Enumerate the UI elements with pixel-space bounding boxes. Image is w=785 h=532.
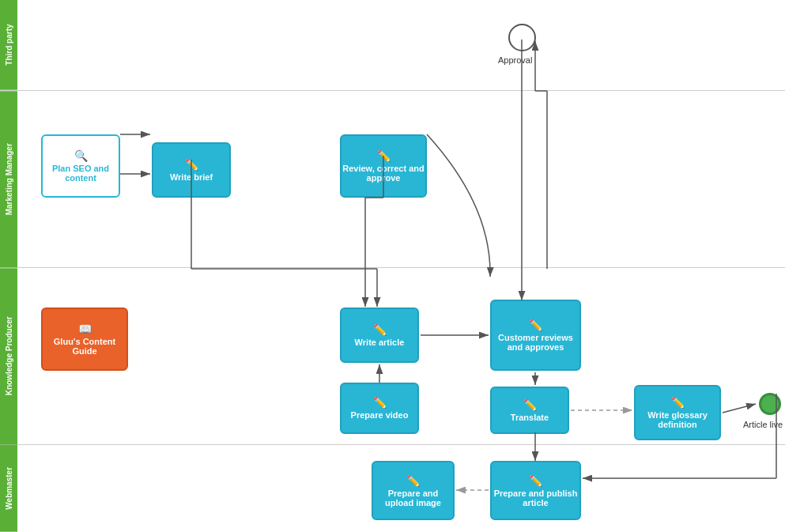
plan-seo-icon: 🔍 <box>74 149 88 162</box>
prepare-publish-node[interactable]: ✏️ Prepare and publish article <box>490 461 581 520</box>
lane-knowledge-producer: Knowledge Producer 📖 Gluu's Content Guid… <box>0 268 785 445</box>
gluu-label: Gluu's Content Guide <box>43 337 126 356</box>
write-brief-icon: ✏️ <box>185 158 198 171</box>
lane-label-knowledge: Knowledge Producer <box>0 268 17 444</box>
third-party-arrows <box>17 0 785 90</box>
write-article-icon: ✏️ <box>373 323 387 336</box>
lane-label-marketing: Marketing Manager <box>0 91 17 267</box>
svg-line-10 <box>723 404 756 413</box>
lane-content-marketing: 🔍 Plan SEO and content ✏️ Write brief ✏️… <box>17 91 785 267</box>
prepare-image-icon: ✏️ <box>406 474 420 487</box>
lane-third-party: Third party Approval <box>0 0 785 91</box>
prepare-image-label: Prepare and upload image <box>373 489 453 507</box>
customer-icon: ✏️ <box>529 319 542 331</box>
approval-label: Approval <box>498 55 532 65</box>
gluu-guide-node[interactable]: 📖 Gluu's Content Guide <box>41 308 128 371</box>
prepare-video-node[interactable]: ✏️ Prepare video <box>340 383 419 434</box>
glossary-icon: ✏️ <box>671 396 685 409</box>
glossary-label: Write glossary definition <box>636 410 719 429</box>
article-live-node[interactable] <box>759 393 781 415</box>
translate-icon: ✏️ <box>523 398 537 411</box>
prepare-video-label: Prepare video <box>351 410 409 420</box>
lane-content-knowledge: 📖 Gluu's Content Guide ✏️ Write article … <box>17 268 785 444</box>
review-correct-node[interactable]: ✏️ Review, correct and approve <box>340 134 427 198</box>
lane-content-third-party: Approval <box>17 0 785 90</box>
prepare-video-icon: ✏️ <box>373 396 387 409</box>
article-live-label: Article live <box>743 420 783 429</box>
review-label: Review, correct and approve <box>342 164 425 183</box>
swim-lane-diagram: Third party Approval Mark <box>0 0 785 532</box>
lane-label-third-party: Third party <box>0 0 17 90</box>
lane-label-webmaster: Webmaster <box>0 445 17 532</box>
prepare-publish-icon: ✏️ <box>529 474 542 487</box>
approval-start-node[interactable] <box>508 24 536 51</box>
customer-label: Customer reviews and approves <box>492 333 579 352</box>
plan-seo-node[interactable]: 🔍 Plan SEO and content <box>41 134 120 198</box>
write-brief-label: Write brief <box>170 172 213 182</box>
gluu-icon: 📖 <box>78 323 92 335</box>
prepare-image-node[interactable]: ✏️ Prepare and upload image <box>372 461 455 520</box>
write-article-node[interactable]: ✏️ Write article <box>340 308 419 363</box>
customer-reviews-node[interactable]: ✏️ Customer reviews and approves <box>490 300 581 371</box>
write-brief-node[interactable]: ✏️ Write brief <box>152 142 231 198</box>
translate-label: Translate <box>511 413 549 422</box>
review-icon: ✏️ <box>377 149 391 162</box>
plan-seo-label: Plan SEO and content <box>43 164 119 183</box>
lane-marketing-manager: Marketing Manager 🔍 Plan SEO and content… <box>0 91 785 268</box>
write-article-label: Write article <box>355 338 405 347</box>
prepare-publish-label: Prepare and publish article <box>492 489 579 507</box>
write-glossary-node[interactable]: ✏️ Write glossary definition <box>634 385 721 440</box>
lane-content-webmaster: ✏️ Prepare and upload image ✏️ Prepare a… <box>17 445 785 532</box>
lane-webmaster: Webmaster ✏️ Prepare and upload image ✏️… <box>0 445 785 532</box>
translate-node[interactable]: ✏️ Translate <box>490 387 569 434</box>
